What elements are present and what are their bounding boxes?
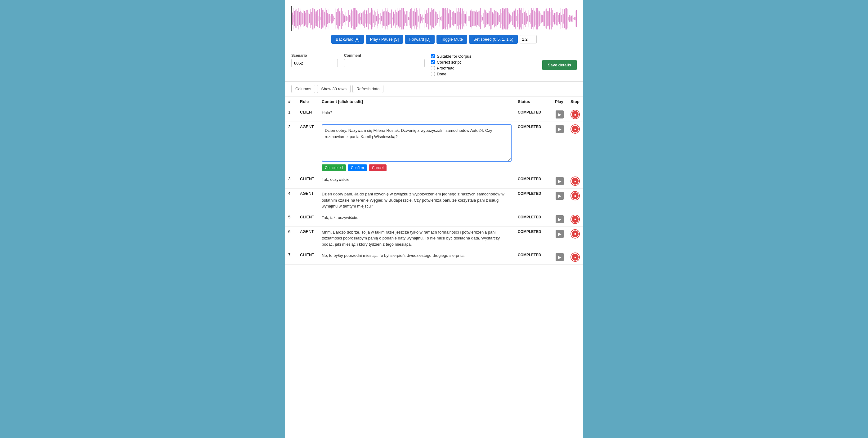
svg-rect-28 [312, 8, 312, 29]
stop-button[interactable]: ■ [570, 215, 580, 224]
cell-content[interactable]: CompletedConfirmCancel [319, 122, 515, 174]
svg-rect-206 [439, 14, 439, 22]
cell-play[interactable]: ▶ [552, 107, 567, 122]
play-button[interactable]: ▶ [555, 124, 564, 134]
toggle-mute-button[interactable]: Toggle Mute [436, 35, 467, 44]
svg-rect-393 [572, 15, 572, 22]
cancel-button[interactable]: Cancel [369, 164, 386, 171]
cell-stop[interactable]: ■ [567, 122, 583, 174]
cell-stop[interactable]: ■ [567, 107, 583, 122]
svg-rect-54 [331, 16, 331, 21]
content-text[interactable]: Mhm. Bardzo dobrze. To ja w takim razie … [322, 230, 500, 247]
stop-button[interactable]: ■ [570, 191, 580, 200]
svg-rect-116 [375, 12, 375, 26]
comment-label: Comment [344, 53, 425, 58]
refresh-data-button[interactable]: Refresh data [352, 85, 383, 93]
svg-rect-214 [444, 9, 445, 28]
play-button[interactable]: ▶ [555, 252, 564, 262]
edit-textarea[interactable] [322, 124, 512, 162]
comment-input[interactable] [344, 59, 425, 67]
stop-button[interactable]: ■ [570, 110, 580, 119]
cb-done[interactable] [431, 72, 435, 76]
svg-rect-263 [479, 10, 480, 27]
svg-rect-210 [442, 12, 442, 25]
cb-script[interactable] [431, 60, 435, 64]
svg-rect-228 [455, 13, 455, 24]
cb-suitable[interactable] [431, 54, 435, 58]
content-text[interactable]: Halo? [322, 111, 332, 115]
svg-rect-38 [319, 9, 319, 28]
cell-content[interactable]: Mhm. Bardzo dobrze. To ja w takim razie … [319, 226, 515, 250]
content-text[interactable]: Tak, tak, oczywiście. [322, 215, 358, 220]
cell-play[interactable]: ▶ [552, 122, 567, 174]
svg-rect-186 [425, 16, 425, 22]
svg-rect-135 [389, 12, 389, 25]
svg-rect-260 [477, 12, 478, 25]
svg-rect-313 [515, 9, 515, 29]
scenario-input[interactable] [291, 59, 338, 67]
cell-stop[interactable]: ■ [567, 250, 583, 264]
svg-rect-122 [379, 18, 379, 20]
play-button[interactable]: ▶ [555, 229, 564, 239]
stop-button[interactable]: ■ [570, 124, 580, 134]
cell-stop[interactable]: ■ [567, 226, 583, 250]
svg-rect-74 [345, 16, 345, 21]
svg-rect-274 [487, 13, 488, 24]
cb-proofread-label[interactable]: Proofread [431, 66, 471, 70]
cb-suitable-text: Suitable for Corpus [437, 54, 471, 59]
stop-button[interactable]: ■ [570, 177, 580, 186]
cell-play[interactable]: ▶ [552, 212, 567, 226]
cb-proofread[interactable] [431, 66, 435, 70]
svg-rect-175 [417, 8, 417, 29]
cell-content[interactable]: Halo? [319, 107, 515, 122]
play-button[interactable]: ▶ [555, 191, 564, 200]
svg-rect-233 [458, 8, 459, 29]
cell-play[interactable]: ▶ [552, 174, 567, 189]
svg-rect-151 [400, 8, 400, 29]
stop-button[interactable]: ■ [570, 229, 580, 239]
svg-rect-150 [399, 10, 399, 28]
cb-script-label[interactable]: Correct script [431, 60, 471, 65]
cb-suitable-label[interactable]: Suitable for Corpus [431, 54, 471, 59]
cell-content[interactable]: Dzień dobry pani. Ja do pani dzwonię w z… [319, 189, 515, 212]
svg-rect-126 [382, 10, 382, 28]
backward-button[interactable]: Backward [A] [331, 35, 364, 44]
cell-play[interactable]: ▶ [552, 250, 567, 264]
play-icon: ▶ [556, 215, 564, 223]
cell-content[interactable]: No, to byłby poprzedni miesiąc. To był s… [319, 250, 515, 264]
cell-stop[interactable]: ■ [567, 174, 583, 189]
save-details-button[interactable]: Save details [542, 60, 577, 70]
svg-rect-73 [344, 15, 345, 22]
svg-rect-55 [331, 14, 332, 23]
cell-stop[interactable]: ■ [567, 189, 583, 212]
play-button[interactable]: ▶ [555, 215, 564, 224]
confirm-button[interactable]: Confirm [348, 164, 367, 171]
speed-input[interactable] [520, 35, 537, 43]
svg-rect-296 [503, 8, 503, 29]
svg-rect-124 [381, 13, 381, 25]
show-rows-button[interactable]: Show 30 rows [317, 85, 350, 93]
cell-play[interactable]: ▶ [552, 189, 567, 212]
forward-button[interactable]: Forward [D] [405, 35, 435, 44]
checkboxes-group: Suitable for Corpus Correct script Proof… [431, 54, 471, 76]
content-text[interactable]: Tak, oczywiście. [322, 177, 350, 182]
set-speed-button[interactable]: Set speed (0.5, 1, 1.5) [469, 35, 518, 44]
columns-button[interactable]: Columns [291, 85, 315, 93]
svg-rect-340 [534, 10, 534, 26]
play-button[interactable]: ▶ [555, 110, 564, 119]
play-pause-button[interactable]: Play / Pause [S] [366, 35, 403, 44]
play-button[interactable]: ▶ [555, 177, 564, 186]
svg-rect-86 [353, 8, 354, 29]
svg-rect-98 [362, 12, 362, 25]
svg-rect-80 [349, 15, 350, 22]
stop-button[interactable]: ■ [570, 252, 580, 262]
cell-content[interactable]: Tak, oczywiście. [319, 174, 515, 189]
cell-stop[interactable]: ■ [567, 212, 583, 226]
content-text[interactable]: Dzień dobry pani. Ja do pani dzwonię w z… [322, 192, 504, 209]
content-text[interactable]: No, to byłby poprzedni miesiąc. To był s… [322, 253, 465, 258]
svg-rect-35 [317, 10, 317, 27]
completed-button[interactable]: Completed [322, 164, 346, 171]
cb-done-label[interactable]: Done [431, 72, 471, 76]
cell-play[interactable]: ▶ [552, 226, 567, 250]
cell-content[interactable]: Tak, tak, oczywiście. [319, 212, 515, 226]
